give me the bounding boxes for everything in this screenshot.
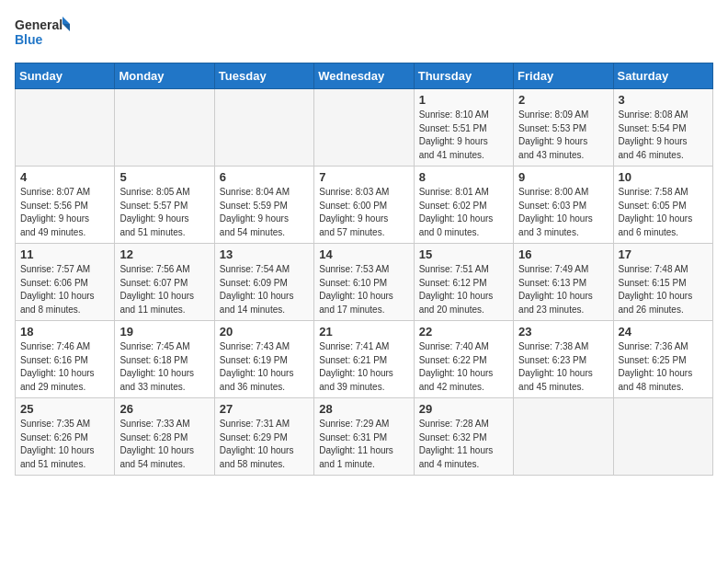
calendar-cell: 3Sunrise: 8:08 AM Sunset: 5:54 PM Daylig…: [613, 89, 712, 167]
day-number: 29: [419, 402, 508, 416]
day-info: Sunrise: 8:01 AM Sunset: 6:02 PM Dayligh…: [419, 186, 508, 239]
calendar-cell: 24Sunrise: 7:36 AM Sunset: 6:25 PM Dayli…: [613, 321, 712, 398]
svg-text:Blue: Blue: [15, 32, 43, 47]
day-number: 21: [319, 325, 408, 339]
day-info: Sunrise: 7:35 AM Sunset: 6:26 PM Dayligh…: [20, 418, 109, 471]
day-number: 17: [619, 247, 708, 261]
calendar-cell: 6Sunrise: 8:04 AM Sunset: 5:59 PM Daylig…: [214, 167, 313, 244]
day-info: Sunrise: 7:41 AM Sunset: 6:21 PM Dayligh…: [319, 340, 408, 394]
day-number: 20: [220, 325, 309, 339]
calendar-cell: 13Sunrise: 7:54 AM Sunset: 6:09 PM Dayli…: [214, 244, 313, 321]
calendar-cell: 9Sunrise: 8:00 AM Sunset: 6:03 PM Daylig…: [514, 167, 613, 244]
calendar-cell: 11Sunrise: 7:57 AM Sunset: 6:06 PM Dayli…: [16, 244, 115, 321]
calendar-table: SundayMondayTuesdayWednesdayThursdayFrid…: [15, 63, 713, 476]
day-info: Sunrise: 7:43 AM Sunset: 6:19 PM Dayligh…: [220, 340, 309, 394]
week-row-3: 11Sunrise: 7:57 AM Sunset: 6:06 PM Dayli…: [16, 244, 713, 321]
day-info: Sunrise: 7:36 AM Sunset: 6:25 PM Dayligh…: [619, 340, 708, 394]
svg-text:General: General: [15, 17, 63, 32]
day-header-tuesday: Tuesday: [214, 63, 313, 89]
day-info: Sunrise: 8:07 AM Sunset: 5:56 PM Dayligh…: [20, 186, 109, 239]
calendar-cell: [314, 89, 414, 167]
day-info: Sunrise: 7:46 AM Sunset: 6:16 PM Dayligh…: [20, 340, 109, 394]
day-number: 13: [220, 247, 309, 261]
day-info: Sunrise: 8:10 AM Sunset: 5:51 PM Dayligh…: [419, 109, 508, 162]
header-row: SundayMondayTuesdayWednesdayThursdayFrid…: [16, 63, 713, 89]
day-number: 2: [518, 93, 608, 107]
day-number: 12: [119, 247, 209, 261]
day-info: Sunrise: 8:04 AM Sunset: 5:59 PM Dayligh…: [220, 186, 309, 239]
calendar-cell: [214, 89, 313, 167]
day-number: 6: [220, 170, 309, 184]
day-number: 11: [20, 247, 109, 261]
day-info: Sunrise: 7:56 AM Sunset: 6:07 PM Dayligh…: [119, 263, 209, 316]
day-number: 24: [619, 325, 708, 339]
day-number: 15: [419, 247, 508, 261]
day-number: 1: [419, 93, 508, 107]
day-number: 19: [119, 325, 209, 339]
calendar-cell: [514, 398, 613, 476]
day-number: 9: [518, 170, 608, 184]
calendar-cell: 23Sunrise: 7:38 AM Sunset: 6:23 PM Dayli…: [514, 321, 613, 398]
day-number: 8: [419, 170, 508, 184]
calendar-cell: [16, 89, 115, 167]
calendar-cell: 29Sunrise: 7:28 AM Sunset: 6:32 PM Dayli…: [414, 398, 513, 476]
day-info: Sunrise: 8:09 AM Sunset: 5:53 PM Dayligh…: [518, 109, 608, 162]
week-row-2: 4Sunrise: 8:07 AM Sunset: 5:56 PM Daylig…: [16, 167, 713, 244]
calendar-cell: 27Sunrise: 7:31 AM Sunset: 6:29 PM Dayli…: [214, 398, 313, 476]
day-info: Sunrise: 7:51 AM Sunset: 6:12 PM Dayligh…: [419, 263, 508, 316]
day-info: Sunrise: 7:58 AM Sunset: 6:05 PM Dayligh…: [619, 186, 708, 239]
day-header-saturday: Saturday: [613, 63, 712, 89]
calendar-cell: 20Sunrise: 7:43 AM Sunset: 6:19 PM Dayli…: [214, 321, 313, 398]
calendar-cell: 15Sunrise: 7:51 AM Sunset: 6:12 PM Dayli…: [414, 244, 513, 321]
calendar-cell: 8Sunrise: 8:01 AM Sunset: 6:02 PM Daylig…: [414, 167, 513, 244]
week-row-1: 1Sunrise: 8:10 AM Sunset: 5:51 PM Daylig…: [16, 89, 713, 167]
day-number: 28: [319, 402, 408, 416]
day-info: Sunrise: 7:53 AM Sunset: 6:10 PM Dayligh…: [319, 263, 408, 316]
day-info: Sunrise: 7:40 AM Sunset: 6:22 PM Dayligh…: [419, 340, 508, 394]
day-info: Sunrise: 7:29 AM Sunset: 6:31 PM Dayligh…: [319, 418, 408, 471]
day-header-friday: Friday: [514, 63, 613, 89]
calendar-cell: 2Sunrise: 8:09 AM Sunset: 5:53 PM Daylig…: [514, 89, 613, 167]
calendar-cell: 19Sunrise: 7:45 AM Sunset: 6:18 PM Dayli…: [115, 321, 214, 398]
day-header-monday: Monday: [115, 63, 214, 89]
calendar-cell: 26Sunrise: 7:33 AM Sunset: 6:28 PM Dayli…: [115, 398, 214, 476]
calendar-cell: 21Sunrise: 7:41 AM Sunset: 6:21 PM Dayli…: [314, 321, 414, 398]
day-header-thursday: Thursday: [414, 63, 513, 89]
day-number: 14: [319, 247, 408, 261]
day-info: Sunrise: 8:00 AM Sunset: 6:03 PM Dayligh…: [518, 186, 608, 239]
day-info: Sunrise: 7:57 AM Sunset: 6:06 PM Dayligh…: [20, 263, 109, 316]
calendar-cell: 7Sunrise: 8:03 AM Sunset: 6:00 PM Daylig…: [314, 167, 414, 244]
day-info: Sunrise: 7:31 AM Sunset: 6:29 PM Dayligh…: [220, 418, 309, 471]
day-number: 26: [119, 402, 209, 416]
day-number: 7: [319, 170, 408, 184]
day-number: 23: [518, 325, 608, 339]
day-info: Sunrise: 8:05 AM Sunset: 5:57 PM Dayligh…: [119, 186, 209, 239]
calendar-cell: 16Sunrise: 7:49 AM Sunset: 6:13 PM Dayli…: [514, 244, 613, 321]
day-info: Sunrise: 8:03 AM Sunset: 6:00 PM Dayligh…: [319, 186, 408, 239]
day-number: 4: [20, 170, 109, 184]
day-info: Sunrise: 7:28 AM Sunset: 6:32 PM Dayligh…: [419, 418, 508, 471]
day-number: 27: [220, 402, 309, 416]
day-number: 16: [518, 247, 608, 261]
day-number: 22: [419, 325, 508, 339]
calendar-cell: [613, 398, 712, 476]
svg-marker-2: [63, 17, 70, 24]
day-info: Sunrise: 7:45 AM Sunset: 6:18 PM Dayligh…: [119, 340, 209, 394]
day-number: 10: [619, 170, 708, 184]
logo: GeneralBlue: [15, 15, 70, 52]
day-number: 25: [20, 402, 109, 416]
day-info: Sunrise: 7:38 AM Sunset: 6:23 PM Dayligh…: [518, 340, 608, 394]
day-number: 5: [119, 170, 209, 184]
calendar-cell: 17Sunrise: 7:48 AM Sunset: 6:15 PM Dayli…: [613, 244, 712, 321]
day-info: Sunrise: 7:54 AM Sunset: 6:09 PM Dayligh…: [220, 263, 309, 316]
calendar-cell: 25Sunrise: 7:35 AM Sunset: 6:26 PM Dayli…: [16, 398, 115, 476]
day-info: Sunrise: 8:08 AM Sunset: 5:54 PM Dayligh…: [619, 109, 708, 162]
calendar-cell: 1Sunrise: 8:10 AM Sunset: 5:51 PM Daylig…: [414, 89, 513, 167]
week-row-5: 25Sunrise: 7:35 AM Sunset: 6:26 PM Dayli…: [16, 398, 713, 476]
day-header-wednesday: Wednesday: [314, 63, 414, 89]
calendar-cell: 10Sunrise: 7:58 AM Sunset: 6:05 PM Dayli…: [613, 167, 712, 244]
week-row-4: 18Sunrise: 7:46 AM Sunset: 6:16 PM Dayli…: [16, 321, 713, 398]
calendar-cell: 5Sunrise: 8:05 AM Sunset: 5:57 PM Daylig…: [115, 167, 214, 244]
calendar-cell: 18Sunrise: 7:46 AM Sunset: 6:16 PM Dayli…: [16, 321, 115, 398]
day-header-sunday: Sunday: [16, 63, 115, 89]
